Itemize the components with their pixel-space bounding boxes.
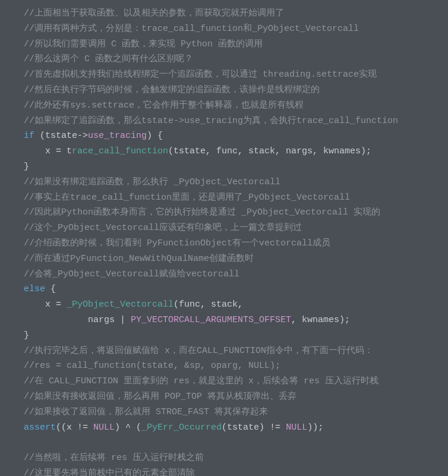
comment-line: //如果没有接收返回值，那么再用 POP_TOP 将其从栈顶弹出、丢弃 [24, 392, 296, 402]
comment-line: //执行完毕之后，将返回值赋值给 x，而在CALL_FUNCTION指令中，有下… [24, 346, 373, 356]
keyword-assert: assert [24, 423, 56, 433]
comment-line: //事实上在trace_call_function里面，还是调用了_PyObje… [24, 193, 350, 203]
comment-line: //首先虚拟机支持我们给线程绑定一个追踪函数，可以通过 threading.se… [24, 70, 377, 80]
keyword-else: else [24, 284, 45, 294]
code-text: )); [307, 423, 323, 433]
code-text: , kwnames); [291, 315, 350, 325]
comment-line: //上面相当于获取函数、以及相关的参数，而获取完就开始调用了 [24, 8, 284, 18]
code-text: { [45, 284, 56, 294]
comment-line: //如果绑定了追踪函数，那么tstate->use_tracing为真，会执行t… [24, 116, 398, 126]
comment-line: //当然啦，在后续将 res 压入运行时栈之前 [24, 453, 204, 463]
code-block: //上面相当于获取函数、以及相关的参数，而获取完就开始调用了 //调用有两种方式… [0, 0, 448, 476]
code-text: x = [24, 300, 67, 310]
comment-line: //在 CALL_FUNCTION 里面拿到的 res，就是这里的 x，后续会将… [24, 376, 378, 386]
const-offset: PY_VECTORCALL_ARGUMENTS_OFFSET [131, 315, 291, 325]
null-literal: NULL [93, 423, 115, 433]
comment-line: //如果没有绑定追踪函数，那么执行 _PyObject_Vectorcall [24, 177, 280, 187]
brace-close: } [24, 162, 29, 172]
comment-line: //这里要先将当前栈中已有的元素全部清除 [24, 468, 195, 476]
fn-vectorcall: _PyObject_Vectorcall [67, 300, 173, 310]
comment-line: //而在通过PyFunction_NewWithQualName创建函数时 [24, 254, 254, 264]
comment-line: //如果接收了返回值，那么就用 STROE_FAST 将其保存起来 [24, 407, 268, 417]
code-text: (tstate [34, 131, 77, 141]
code-text: x = t [24, 146, 72, 156]
fn-trace-call: race_call_function [72, 146, 168, 156]
comment-line: //调用有两种方式，分别是：trace_call_function和_PyObj… [24, 24, 359, 34]
comment-line: //res = call_function(tstate, &sp, oparg… [24, 361, 280, 371]
comment-line: //此外还有sys.settrace，它会作用于整个解释器，也就是所有线程 [24, 100, 304, 111]
code-text: (func, stack, [173, 300, 243, 310]
keyword-if: if [24, 131, 34, 141]
null-literal: NULL [286, 423, 307, 433]
comment-line: //所以我们需要调用 C 函数，来实现 Python 函数的调用 [24, 39, 263, 49]
comment-line: //会将_PyObject_Vectorcall赋值给vectorcall [24, 269, 239, 279]
brace-close: } [24, 330, 29, 341]
code-text: ) { [147, 131, 163, 141]
arrow-op: -> [77, 131, 88, 141]
comment-line: //因此就Python函数本身而言，它的执行始终是通过 _PyObject_Ve… [24, 207, 380, 217]
comment-line: //那么这两个 C 函数之间有什么区别呢？ [24, 54, 193, 64]
code-text: (tstate) != [222, 423, 286, 433]
code-text: nargs | [24, 315, 131, 325]
comment-line: //这个_PyObject_Vectorcall应该还有印象吧，上一篇文章提到过 [24, 223, 302, 233]
code-text: ((x != [56, 423, 93, 433]
comment-line: //然后在执行字节码的时候，会触发绑定的追踪函数，该操作是线程绑定的 [24, 85, 320, 95]
code-text: (tstate, func, stack, nargs, kwnames); [168, 146, 371, 156]
comment-line: //介绍函数的时候，我们看到 PyFunctionObject有一个vector… [24, 238, 330, 248]
code-text: ) ^ ( [115, 423, 141, 433]
member-use-tracing: use_tracing [88, 131, 147, 141]
fn-pyerr-occurred: _PyErr_Occurred [141, 423, 222, 433]
